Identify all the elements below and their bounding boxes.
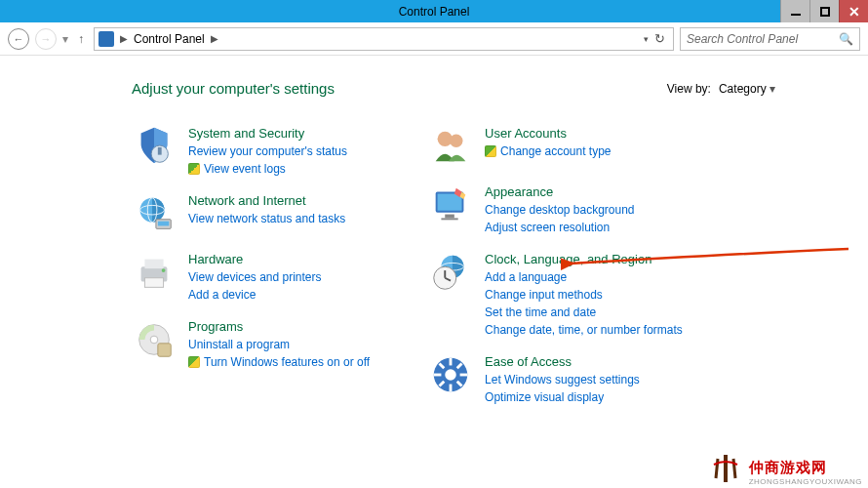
watermark-subtext: ZHONGSHANGYOUXIWANG	[749, 477, 862, 486]
svg-rect-19	[442, 218, 458, 220]
titlebar: Control Panel ✕	[0, 0, 868, 22]
svg-rect-13	[158, 344, 171, 356]
link-add-a-language[interactable]: Add a language	[485, 268, 683, 286]
viewby-value[interactable]: Category	[719, 82, 775, 96]
link-uninstall-program[interactable]: Uninstall a program	[188, 336, 370, 353]
category-title[interactable]: Ease of Access	[485, 354, 640, 369]
svg-rect-9	[144, 278, 163, 288]
category-programs: Programs Uninstall a program Turn Window…	[132, 317, 370, 371]
watermark: 仲商游戏网 ZHONGSHANGYOUXIWANG	[708, 451, 862, 486]
category-title[interactable]: Appearance	[485, 184, 634, 199]
category-title[interactable]: Hardware	[188, 252, 322, 266]
link-windows-suggest-settings[interactable]: Let Windows suggest settings	[485, 371, 640, 388]
window-controls: ✕	[780, 0, 868, 22]
nav-separator: ▾	[62, 32, 68, 46]
address-dropdown-icon[interactable]: ▾	[644, 34, 649, 44]
category-columns: System and Security Review your computer…	[132, 124, 829, 420]
category-ease-of-access: Ease of Access Let Windows suggest setti…	[428, 352, 683, 406]
globe-network-icon	[132, 191, 177, 236]
view-by-selector[interactable]: View by: Category	[667, 82, 775, 96]
minimize-button[interactable]	[780, 0, 809, 22]
watermark-logo-icon	[708, 451, 743, 486]
category-user-accounts: User Accounts Change account type	[428, 124, 683, 169]
ease-of-access-icon	[428, 352, 473, 397]
category-title[interactable]: Network and Internet	[188, 193, 345, 208]
link-change-account-type[interactable]: Change account type	[485, 142, 611, 160]
category-title[interactable]: Programs	[188, 319, 370, 334]
link-add-device[interactable]: Add a device	[188, 286, 322, 304]
users-icon	[428, 124, 473, 169]
svg-point-12	[150, 336, 158, 344]
category-system-security: System and Security Review your computer…	[132, 124, 370, 178]
link-review-status[interactable]: Review your computer's status	[188, 142, 347, 160]
navbar: ← → ▾ ↑ ▶ Control Panel ▶ ▾ ↻ Search Con…	[0, 22, 868, 56]
up-button[interactable]: ↑	[74, 32, 88, 46]
svg-rect-1	[158, 147, 162, 155]
shield-icon	[132, 124, 177, 169]
link-optimize-visual-display[interactable]: Optimize visual display	[485, 388, 640, 406]
svg-point-15	[450, 135, 462, 147]
refresh-button[interactable]: ↻	[654, 31, 665, 46]
programs-disc-icon	[132, 317, 177, 362]
category-hardware: Hardware View devices and printers Add a…	[132, 250, 370, 304]
category-network-internet: Network and Internet View network status…	[132, 191, 370, 236]
forward-button[interactable]: →	[35, 28, 57, 50]
printer-icon	[132, 250, 177, 295]
address-bar[interactable]: ▶ Control Panel ▶ ▾ ↻	[94, 27, 674, 51]
breadcrumb-root[interactable]: Control Panel	[134, 32, 205, 46]
chevron-right-icon: ▶	[209, 33, 220, 44]
svg-point-10	[162, 268, 166, 272]
back-button[interactable]: ←	[8, 28, 29, 50]
link-view-event-logs[interactable]: View event logs	[188, 160, 347, 178]
right-column: User Accounts Change account type Appear…	[428, 124, 683, 420]
link-set-time-date[interactable]: Set the time and date	[485, 304, 683, 321]
maximize-button[interactable]	[809, 0, 839, 22]
link-adjust-screen-resolution[interactable]: Adjust screen resolution	[485, 219, 634, 236]
page-heading: Adjust your computer's settings	[132, 80, 335, 97]
content-area: Adjust your computer's settings View by:…	[0, 56, 868, 439]
category-title[interactable]: System and Security	[188, 126, 347, 141]
svg-rect-6	[158, 222, 170, 226]
left-column: System and Security Review your computer…	[132, 124, 370, 420]
watermark-text: 仲商游戏网	[749, 459, 827, 475]
svg-rect-18	[445, 215, 454, 219]
link-view-network-status[interactable]: View network status and tasks	[188, 210, 345, 227]
svg-rect-8	[144, 260, 163, 269]
viewby-label: View by:	[667, 82, 711, 96]
content-header: Adjust your computer's settings View by:…	[132, 80, 829, 97]
svg-rect-36	[724, 455, 728, 482]
category-appearance: Appearance Change desktop background Adj…	[428, 183, 683, 236]
clock-globe-icon	[428, 250, 473, 295]
search-placeholder: Search Control Panel	[687, 32, 798, 46]
link-change-input-methods[interactable]: Change input methods	[485, 286, 683, 304]
search-icon[interactable]: 🔍	[839, 32, 853, 46]
category-clock-language-region: Clock, Language, and Region Add a langua…	[428, 250, 683, 339]
svg-point-26	[445, 369, 456, 381]
link-change-desktop-background[interactable]: Change desktop background	[485, 201, 634, 219]
chevron-right-icon: ▶	[118, 33, 130, 44]
link-windows-features[interactable]: Turn Windows features on or off	[188, 353, 370, 371]
link-change-date-formats[interactable]: Change date, time, or number formats	[485, 321, 683, 339]
monitor-appearance-icon	[428, 183, 473, 227]
control-panel-icon	[99, 31, 114, 47]
category-title[interactable]: User Accounts	[485, 126, 611, 141]
search-input[interactable]: Search Control Panel 🔍	[680, 27, 860, 51]
category-title[interactable]: Clock, Language, and Region	[485, 252, 683, 266]
window-title: Control Panel	[399, 5, 470, 19]
close-button[interactable]: ✕	[839, 0, 868, 22]
link-view-devices[interactable]: View devices and printers	[188, 268, 322, 286]
